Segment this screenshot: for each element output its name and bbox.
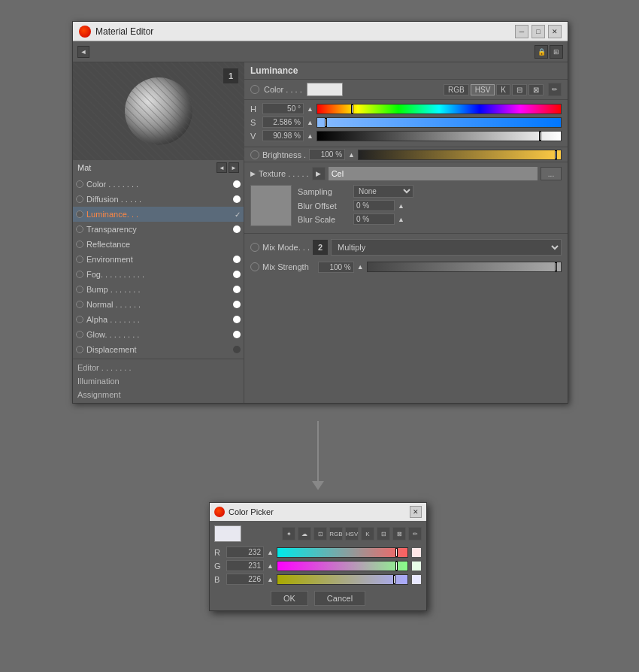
cp-color-swatch[interactable] <box>214 525 241 542</box>
mat-name-normal: Normal . . . . . . <box>86 300 233 309</box>
mat-radio-bump <box>76 286 83 293</box>
cp-b-input[interactable] <box>226 574 264 585</box>
cp-title: Color Picker <box>229 507 274 516</box>
section-editor[interactable]: Editor . . . . . . . <box>73 361 244 374</box>
s-up-arrow[interactable]: ▲ <box>307 119 313 126</box>
hsv-h-row: H ▲ <box>250 103 562 114</box>
blur-scale-input[interactable] <box>353 213 395 225</box>
mat-item-reflectance[interactable]: Reflectance <box>73 237 244 252</box>
mat-name-alpha: Alpha . . . . . . . <box>86 315 233 324</box>
cp-ok-button[interactable]: OK <box>271 591 308 606</box>
preview-grid <box>73 62 244 160</box>
cp-r-arrow[interactable]: ▲ <box>267 549 274 556</box>
s-slider-track[interactable] <box>316 117 562 128</box>
mat-item-alpha[interactable]: Alpha . . . . . . . <box>73 312 244 327</box>
mat-item-displacement[interactable]: Displacement <box>73 342 244 357</box>
mat-item-luminance[interactable]: Luminance. . . ✓ <box>73 207 244 222</box>
v-slider-track[interactable] <box>316 131 562 141</box>
preview-area: 1 <box>73 62 244 160</box>
brightness-up-arrow[interactable]: ▲ <box>348 151 355 159</box>
color-swatch[interactable] <box>307 83 343 96</box>
minimize-button[interactable]: ─ <box>515 25 528 38</box>
fmt-rgb[interactable]: RGB <box>444 84 469 95</box>
cp-fmt-k[interactable]: K <box>361 527 374 540</box>
mat-controls: ◄ ► <box>217 162 239 173</box>
cp-g-input[interactable] <box>226 560 264 571</box>
h-value-input[interactable] <box>262 103 304 114</box>
cp-body: ✦ ☁ ⊡ RGB HSV K ⊟ ⊠ ✏ R ▲ G ▲ <box>210 521 426 610</box>
cp-b-arrow[interactable]: ▲ <box>267 576 274 583</box>
cp-g-slider[interactable] <box>277 561 408 571</box>
blur-offset-input[interactable] <box>353 200 395 211</box>
cp-cloud-icon[interactable]: ☁ <box>298 527 311 540</box>
fmt-hsv[interactable]: HSV <box>471 84 495 95</box>
texture-arrow-button[interactable]: ▶ <box>312 167 326 180</box>
section-illumination[interactable]: Illumination <box>73 374 244 388</box>
h-label: H <box>250 104 259 114</box>
mat-item-color[interactable]: Color . . . . . . . <box>73 177 244 192</box>
mat-label: Mat <box>77 163 91 172</box>
v-up-arrow[interactable]: ▲ <box>307 132 313 140</box>
mat-item-diffusion[interactable]: Diffusion . . . . . <box>73 192 244 207</box>
cp-fmt-rgb[interactable]: RGB <box>329 527 343 540</box>
mat-prev-button[interactable]: ◄ <box>217 162 227 173</box>
texture-preview <box>250 185 292 226</box>
eyedropper-icon[interactable]: ✏ <box>548 83 562 96</box>
mat-item-bump[interactable]: Bump . . . . . . . <box>73 282 244 297</box>
fmt-img2[interactable]: ⊠ <box>528 84 544 95</box>
v-value-input[interactable] <box>262 130 304 141</box>
blur-offset-arrow[interactable]: ▲ <box>398 202 404 210</box>
arrow-head <box>312 481 324 490</box>
cp-fmt-img1[interactable]: ⊟ <box>377 527 390 540</box>
mix-strength-arrow[interactable]: ▲ <box>357 263 364 271</box>
h-up-arrow[interactable]: ▲ <box>307 105 313 113</box>
mat-item-normal[interactable]: Normal . . . . . . <box>73 297 244 312</box>
brightness-slider[interactable] <box>358 150 562 160</box>
cp-r-slider[interactable] <box>277 547 408 558</box>
cp-cancel-button[interactable]: Cancel <box>314 591 365 606</box>
texture-expand-arrow[interactable]: ▶ <box>250 170 256 177</box>
mix-strength-slider[interactable] <box>367 262 562 272</box>
cp-r-row: R ▲ <box>214 546 422 558</box>
mat-item-fog[interactable]: Fog. . . . . . . . . . <box>73 267 244 282</box>
sampling-select[interactable]: None <box>353 185 413 198</box>
h-slider-track[interactable] <box>316 104 562 114</box>
s-value-input[interactable] <box>262 117 304 128</box>
mat-next-button[interactable]: ► <box>229 162 239 173</box>
material-editor-window: Material Editor ─ □ ✕ ◄ 🔒 ⊞ 1 <box>72 21 568 404</box>
cp-r-input[interactable] <box>226 546 264 558</box>
mat-item-transparency[interactable]: Transparency <box>73 222 244 237</box>
mat-name-luminance: Luminance. . . <box>86 210 233 219</box>
cp-fmt-img2[interactable]: ⊠ <box>392 527 406 540</box>
section-assignment[interactable]: Assignment <box>73 388 244 401</box>
cp-g-arrow[interactable]: ▲ <box>267 562 274 570</box>
cp-grid-icon[interactable]: ⊡ <box>313 527 327 540</box>
cp-close-button[interactable]: ✕ <box>410 506 422 518</box>
lock-button[interactable]: 🔒 <box>535 45 548 59</box>
cp-g-row: G ▲ <box>214 560 422 571</box>
left-arrow-button[interactable]: ◄ <box>77 46 89 58</box>
mat-name-bump: Bump . . . . . . . <box>86 285 233 294</box>
cp-swatch-row: ✦ ☁ ⊡ RGB HSV K ⊟ ⊠ ✏ <box>214 525 422 542</box>
blur-scale-arrow[interactable]: ▲ <box>398 216 404 223</box>
maximize-button[interactable]: □ <box>531 25 545 38</box>
mat-item-environment[interactable]: Environment <box>73 252 244 267</box>
brightness-radio[interactable] <box>250 150 259 159</box>
fmt-k[interactable]: K <box>496 84 510 95</box>
cp-sparkle-icon[interactable]: ✦ <box>282 527 295 540</box>
cp-eyedropper-icon[interactable]: ✏ <box>408 527 422 540</box>
brightness-value-input[interactable] <box>309 149 345 160</box>
cp-b-slider[interactable] <box>277 574 408 585</box>
expand-button[interactable]: ⊞ <box>550 45 563 59</box>
color-radio[interactable] <box>250 85 259 94</box>
cp-titlebar: Color Picker ✕ <box>210 503 426 521</box>
mat-item-glow[interactable]: Glow. . . . . . . . <box>73 327 244 342</box>
cp-fmt-hsv[interactable]: HSV <box>345 527 359 540</box>
mix-strength-radio[interactable] <box>250 262 259 271</box>
mix-mode-radio[interactable] <box>250 243 259 252</box>
mix-strength-input[interactable] <box>318 262 354 273</box>
close-button[interactable]: ✕ <box>548 25 562 38</box>
texture-options-button[interactable]: ... <box>541 167 562 180</box>
mix-mode-select[interactable]: Multiply <box>331 239 562 256</box>
fmt-img1[interactable]: ⊟ <box>512 84 527 95</box>
